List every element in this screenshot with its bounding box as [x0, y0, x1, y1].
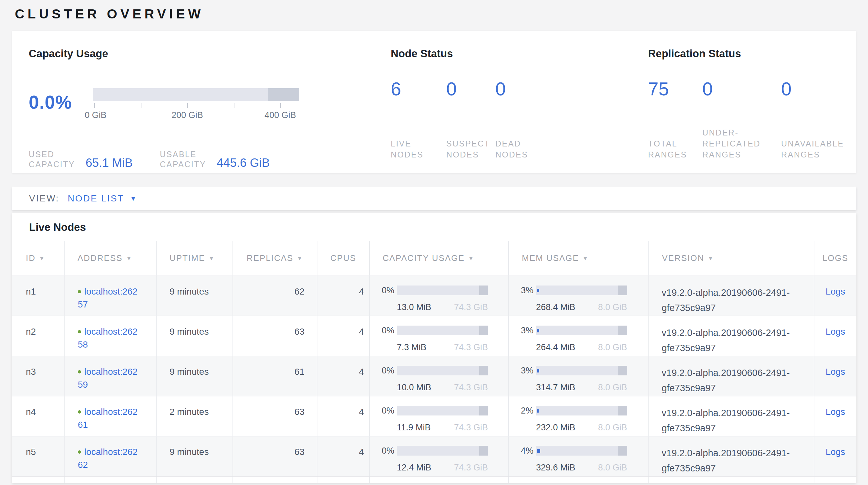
column-header-label: ADDRESS: [78, 253, 123, 263]
cluster-summary-panel: Capacity Usage 0.0% 0 GiB: [12, 31, 857, 173]
table-row: n1localhost:262579 minutes6240%13.0 MiB7…: [12, 276, 857, 316]
mem-usage-bar-fill: [537, 289, 539, 292]
column-header-label: LOGS: [823, 253, 848, 263]
node-address: localhost:26259: [78, 365, 139, 391]
replicas-cell: 62: [232, 276, 317, 316]
column-header-version[interactable]: VERSION▼: [648, 241, 814, 276]
node-address-link[interactable]: localhost:26259: [78, 367, 137, 390]
live-status-dot-icon: [78, 290, 81, 293]
node-address-link[interactable]: localhost:26257: [78, 286, 137, 309]
capacity-axis-ticks: [93, 103, 299, 108]
capacity-used-value: 13.0 MiB: [397, 301, 431, 314]
used-capacity-label: USED CAPACITY: [29, 149, 81, 169]
capacity-max-value: 74.3 GiB: [454, 301, 488, 314]
capacity-usage-values: 12.4 MiB74.3 GiB: [397, 461, 488, 474]
capacity-bar-reserved-segment: [268, 88, 299, 101]
mem-usage-bar-fill: [537, 409, 538, 412]
node-id-cell: n5: [12, 436, 64, 476]
mem-usage-percent: 3%: [518, 324, 533, 337]
axis-label: 400 GiB: [265, 110, 296, 120]
capacity-usage-cell: 0%7.3 MiB74.3 GiB: [369, 316, 508, 356]
mem-usage-bar-track: [536, 446, 627, 456]
column-header-uptime[interactable]: UPTIME▼: [156, 241, 232, 276]
version-text: v19.2.0-alpha.20190606-2491-gfe735c9a97: [662, 365, 805, 396]
node-status-stats: 6LIVE NODES0SUSPECT NODES0DEAD NODES: [391, 79, 547, 160]
logs-link[interactable]: Logs: [826, 407, 845, 417]
capacity-usage-bar-track: [397, 286, 488, 295]
node-address-link[interactable]: localhost:26258: [78, 326, 137, 349]
node-address-link[interactable]: localhost:26261: [78, 407, 137, 430]
node-address-cell: localhost:26262: [64, 436, 156, 476]
live-status-dot-icon: [78, 410, 81, 413]
replicas-cell: 63: [232, 396, 317, 436]
uptime-cell: 2 minutes: [156, 396, 232, 436]
logs-link[interactable]: Logs: [826, 447, 845, 457]
capacity-used-value: 12.4 MiB: [397, 461, 431, 474]
cpus-cell: 4: [317, 276, 369, 316]
logs-link[interactable]: Logs: [826, 326, 845, 337]
capacity-usage-bar-track: [397, 366, 488, 375]
axis-label: 0 GiB: [85, 110, 106, 120]
column-header-address[interactable]: ADDRESS▼: [64, 241, 156, 276]
column-header-capacity-usage[interactable]: CAPACITY USAGE▼: [369, 241, 508, 276]
mem-usage-bar-fill: [537, 369, 539, 372]
capacity-usage-values: 7.3 MiB74.3 GiB: [397, 341, 488, 354]
table-row: n3localhost:262599 minutes6140%10.0 MiB7…: [12, 356, 857, 396]
version-cell: v19.2.0-alpha.20190606-2491-gfe735c9a97: [648, 276, 814, 316]
stat-value: 75: [648, 79, 702, 99]
capacity-usage-meter: 0%: [379, 444, 508, 457]
chevron-down-icon: ▼: [130, 195, 136, 202]
column-header-replicas[interactable]: REPLICAS▼: [232, 241, 317, 276]
stat-value: 6: [391, 79, 446, 99]
stat-value: 0: [781, 79, 860, 99]
capacity-bar-track: [93, 88, 299, 101]
summary-stat: 6LIVE NODES: [391, 79, 446, 160]
capacity-max-value: 74.3 GiB: [454, 461, 488, 474]
mem-usage-percent: 3%: [518, 284, 533, 297]
node-address-link[interactable]: localhost:26262: [78, 447, 137, 470]
axis-tick: [234, 103, 235, 108]
mem-usage-bar-track: [536, 325, 627, 335]
mem-usage-percent: 2%: [518, 404, 533, 417]
column-header-mem-usage[interactable]: MEM USAGE▼: [508, 241, 648, 276]
page-title: CLUSTER OVERVIEW: [15, 6, 204, 22]
node-address-cell: localhost:26257: [64, 276, 156, 316]
cpus-cell: 4: [317, 396, 369, 436]
capacity-usage-chart: 0.0% 0 GiB 200 GiB 400: [29, 79, 368, 120]
mem-usage-bar-reserved-segment: [618, 406, 627, 416]
live-nodes-title: Live Nodes: [29, 221, 857, 233]
logs-link[interactable]: Logs: [826, 367, 845, 377]
mem-used-value: 268.4 MiB: [536, 301, 576, 314]
version-cell: v19.2.0-alpha.20190606-2491-gfe735c9a97: [648, 356, 814, 396]
summary-stat: 0SUSPECT NODES: [446, 79, 495, 160]
mem-usage-meter: 3%: [518, 284, 648, 297]
capacity-usage-cell: 0%13.0 MiB74.3 GiB: [369, 276, 508, 316]
capacity-usage-meter: 0%: [379, 284, 508, 297]
mem-used-value: 314.7 MiB: [536, 381, 576, 394]
version-cell: v19.2.0-alpha.20190606-2491-gfe735c9a97: [648, 396, 814, 436]
capacity-used-value: 10.0 MiB: [397, 381, 431, 394]
column-header-label: VERSION: [662, 253, 704, 263]
replicas-cell: 61: [232, 356, 317, 396]
mem-usage-percent: 4%: [518, 444, 533, 457]
capacity-usage-bar-reserved-segment: [479, 286, 488, 295]
sort-arrow-icon: ▼: [126, 255, 133, 262]
live-status-dot-icon: [78, 330, 81, 333]
view-mode-selected: NODE LIST: [68, 193, 124, 204]
logs-link[interactable]: Logs: [826, 286, 845, 296]
column-header-id[interactable]: ID▼: [12, 241, 64, 276]
stat-label: UNDER-REPLICATED RANGES: [702, 127, 769, 160]
version-cell: v19.2.0-alpha.20190606-2491-gfe735c9a97: [648, 316, 814, 356]
node-address: localhost:26257: [78, 285, 139, 311]
capacity-usage-percent: 0%: [379, 324, 394, 337]
mem-max-value: 8.0 GiB: [598, 421, 627, 434]
mem-max-value: 8.0 GiB: [598, 301, 627, 314]
column-header-label: ID: [26, 253, 35, 263]
logs-cell: Logs: [814, 356, 857, 396]
sort-arrow-icon: ▼: [208, 255, 215, 262]
view-mode-dropdown[interactable]: NODE LIST ▼: [68, 193, 136, 204]
node-address: localhost:26262: [78, 446, 139, 472]
node-status-section: Node Status 6LIVE NODES0SUSPECT NODES0DE…: [391, 48, 547, 160]
sort-arrow-icon: ▼: [297, 255, 303, 262]
uptime-cell: 9 minutes: [156, 436, 232, 476]
